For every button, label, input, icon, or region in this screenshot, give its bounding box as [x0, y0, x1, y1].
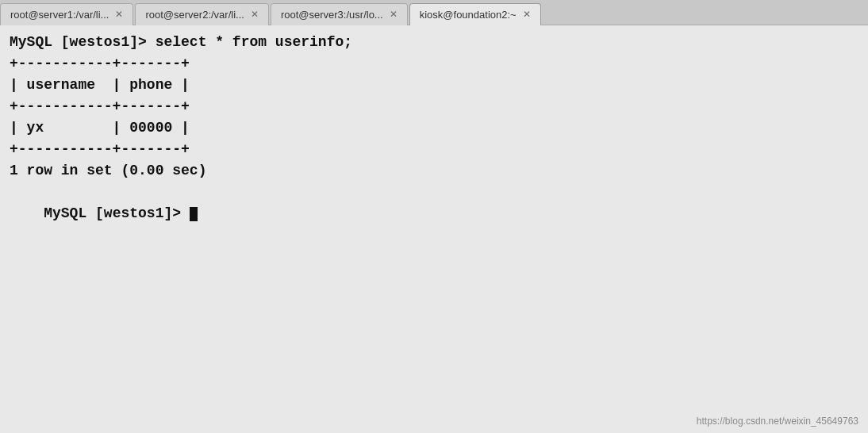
tab-server1[interactable]: root@server1:/var/li... ✕ [0, 3, 133, 25]
tab-close-foundation2[interactable]: ✕ [523, 9, 531, 20]
watermark: https://blog.csdn.net/weixin_45649763 [697, 416, 858, 427]
tab-label-server2: root@server2:/var/li... [145, 9, 244, 21]
terminal-line-9: MySQL [westos1]> [10, 182, 858, 246]
tab-close-server3[interactable]: ✕ [390, 9, 398, 20]
terminal-body[interactable]: MySQL [westos1]> select * from userinfo;… [0, 25, 868, 433]
tab-bar: root@server1:/var/li... ✕ root@server2:/… [0, 0, 868, 25]
tab-label-server3: root@server3:/usr/lo... [281, 9, 383, 21]
terminal-line-3: | username | phone | [10, 75, 858, 96]
terminal-line-1: MySQL [westos1]> select * from userinfo; [10, 32, 858, 53]
terminal-line-5: | yx | 00000 | [10, 117, 858, 139]
terminal-line-6: +-----------+-------+ [10, 139, 858, 160]
tab-foundation2[interactable]: kiosk@foundation2:~ ✕ [409, 3, 541, 25]
terminal-prompt: MySQL [westos1]> [44, 205, 190, 221]
tab-server3[interactable]: root@server3:/usr/lo... ✕ [271, 3, 408, 25]
tab-close-server2[interactable]: ✕ [251, 9, 259, 20]
tab-label-foundation2: kiosk@foundation2:~ [420, 9, 517, 21]
terminal-cursor [190, 207, 198, 221]
terminal-line-4: +-----------+-------+ [10, 96, 858, 117]
terminal-line-2: +-----------+-------+ [10, 53, 858, 75]
tab-server2[interactable]: root@server2:/var/li... ✕ [135, 3, 268, 25]
tab-label-server1: root@server1:/var/li... [10, 9, 109, 21]
tab-close-server1[interactable]: ✕ [115, 9, 123, 20]
terminal-line-7: 1 row in set (0.00 sec) [10, 160, 858, 182]
